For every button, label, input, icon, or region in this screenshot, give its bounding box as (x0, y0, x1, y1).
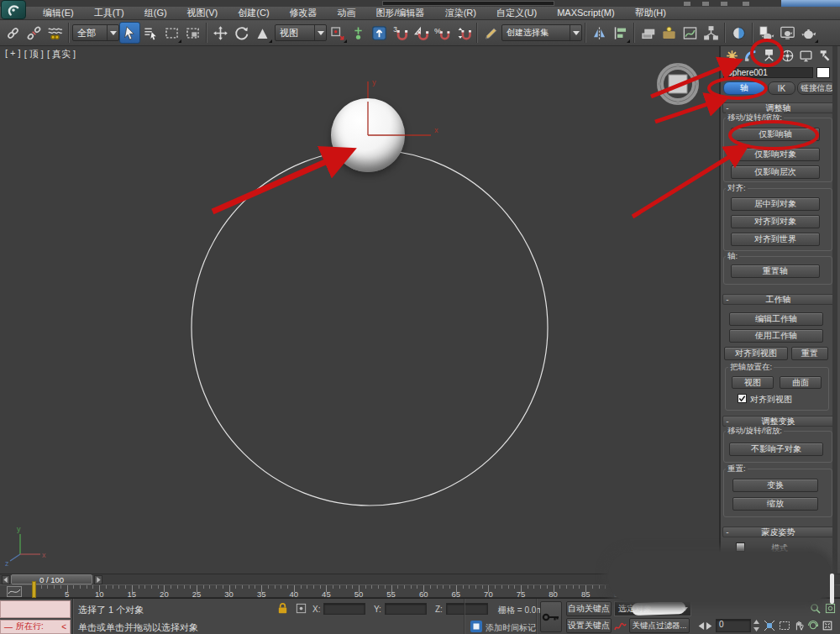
percent-snap-toggle-icon[interactable]: % (432, 22, 453, 44)
menu-graph-editors[interactable]: 图形/编辑器 (367, 7, 434, 19)
workspace-field[interactable] (382, 1, 554, 6)
current-frame-field[interactable]: 0 (716, 619, 751, 632)
tab-hierarchy-icon[interactable] (761, 48, 777, 64)
frame-spinner[interactable] (753, 619, 760, 634)
tab-pivot[interactable]: 轴 (723, 81, 765, 95)
rollout-skin-pose[interactable]: - 蒙皮姿势 (722, 527, 834, 537)
mirror-icon[interactable] (589, 22, 610, 44)
select-object-icon[interactable] (119, 22, 140, 44)
affect-object-only-button[interactable]: 仅影响对象 (731, 148, 820, 161)
menu-views[interactable]: 视图(V) (178, 7, 228, 19)
align-to-world-button[interactable]: 对齐到世界 (731, 233, 820, 246)
reset-transform-button[interactable]: 变换 (732, 479, 818, 492)
align-icon[interactable] (610, 22, 631, 44)
pan-hand-icon[interactable] (792, 619, 805, 631)
menu-create[interactable]: 创建(C) (228, 7, 278, 19)
key-filters-button[interactable]: 关键点过滤器... (629, 618, 690, 633)
reference-coordinate-system-dropdown[interactable]: 视图 (275, 24, 327, 41)
affect-hierarchy-only-button[interactable]: 仅影响层次 (731, 165, 820, 179)
reset-button[interactable]: 重置 (791, 347, 828, 360)
bind-to-space-warp-icon[interactable] (45, 22, 66, 44)
center-to-object-button[interactable]: 居中到对象 (731, 197, 820, 211)
menu-help[interactable]: 帮助(H) (626, 7, 675, 19)
time-slider-handle[interactable]: 0 / 100 (11, 574, 92, 584)
menu-maxscript[interactable]: MAXScript(M) (548, 7, 623, 19)
angle-snap-toggle-icon[interactable] (411, 22, 432, 44)
tab-motion-icon[interactable] (780, 48, 795, 64)
auto-key-button[interactable]: 自动关键点 (566, 601, 612, 616)
set-key-button[interactable]: 设置关键点 (566, 618, 612, 633)
add-time-tag-text[interactable]: 添加时间标记 (486, 622, 536, 634)
render-setup-icon[interactable] (756, 22, 777, 44)
z-coord-field[interactable] (446, 603, 488, 615)
edit-named-selection-sets-icon[interactable] (480, 22, 501, 44)
panel-scrollbar-track[interactable] (832, 46, 837, 634)
quick-access-icon[interactable] (684, 2, 690, 6)
layer-manager-icon[interactable] (638, 22, 659, 44)
redo-icon[interactable] (721, 2, 727, 6)
named-selection-sets-dropdown[interactable]: 创建选择集 (501, 24, 582, 41)
navigation-emblem-icon[interactable] (654, 60, 701, 107)
tab-modify-icon[interactable] (743, 48, 759, 64)
menu-rendering[interactable]: 渲染(R) (436, 7, 486, 19)
circle-spline[interactable] (192, 149, 548, 506)
maxscript-mini-listener[interactable] (0, 600, 71, 618)
tab-display-icon[interactable] (798, 48, 814, 64)
material-editor-icon[interactable] (728, 22, 749, 44)
rendered-frame-window-icon[interactable] (777, 22, 798, 44)
reset-pivot-button[interactable]: 重置轴 (731, 265, 820, 278)
dont-affect-children-button[interactable]: 不影响子对象 (729, 443, 823, 456)
tab-link-info[interactable]: 链接信息 (797, 81, 837, 95)
place-pivot-surface-button[interactable]: 曲面 (780, 376, 822, 389)
maximize-viewport-icon[interactable] (821, 619, 833, 631)
object-name-field[interactable]: Sphere001 (723, 67, 813, 78)
curve-editor-icon[interactable] (680, 22, 701, 44)
menu-modifiers[interactable]: 修改器 (281, 7, 327, 19)
app-logo[interactable] (1, 0, 26, 19)
rollout-working-pivot[interactable]: - 工作轴 (722, 294, 834, 305)
absolute-mode-toggle-icon[interactable] (295, 602, 307, 618)
select-and-manipulate-icon[interactable] (348, 22, 369, 44)
menu-group[interactable]: 组(G) (135, 7, 176, 19)
use-working-pivot-button[interactable]: 使用工作轴 (729, 329, 823, 343)
next-key-icon[interactable] (704, 620, 717, 632)
selection-filter-dropdown[interactable]: 全部 (72, 24, 119, 41)
keyboard-shortcut-override-icon[interactable] (369, 22, 390, 44)
set-keys-button[interactable] (540, 601, 562, 632)
select-and-move-icon[interactable] (210, 22, 231, 44)
select-by-name-icon[interactable] (140, 22, 161, 44)
spinner-snap-toggle-icon[interactable] (453, 22, 474, 44)
align-to-view-checkbox[interactable] (738, 394, 747, 403)
open-mini-curve-editor-icon[interactable] (7, 586, 22, 597)
current-frame-marker[interactable] (32, 581, 36, 598)
object-color-swatch[interactable] (816, 67, 830, 78)
zoom-all-icon[interactable] (824, 602, 837, 615)
zoom-region-icon[interactable] (778, 619, 790, 631)
snaps-toggle-3d-icon[interactable]: 3 (390, 22, 411, 44)
window-crossing-toggle-icon[interactable] (182, 22, 203, 44)
viewport-top[interactable]: [ + ] [ 顶 ] [ 真实 ] y x z y x z (0, 46, 721, 574)
maxscript-listener-line[interactable]: — 所在行: < (0, 620, 71, 634)
rectangular-selection-region-icon[interactable] (161, 22, 182, 44)
select-and-scale-icon[interactable] (252, 22, 273, 44)
tab-create-icon[interactable] (724, 48, 740, 64)
x-coord-field[interactable] (323, 603, 365, 615)
edit-working-pivot-button[interactable]: 编辑工作轴 (729, 312, 823, 326)
place-pivot-view-button[interactable]: 视图 (732, 376, 774, 389)
tab-utilities-icon[interactable] (816, 48, 832, 64)
orbit-icon[interactable] (806, 619, 819, 631)
reset-scale-button[interactable]: 缩放 (732, 497, 818, 511)
menu-customize[interactable]: 自定义(U) (487, 7, 546, 19)
ribbon-toggle-icon[interactable] (659, 22, 680, 44)
align-to-view-button[interactable]: 对齐到视图 (724, 347, 788, 360)
zoom-extents-icon[interactable] (763, 619, 775, 631)
selection-lock-icon[interactable] (276, 602, 289, 618)
sphere-object[interactable] (331, 98, 405, 172)
render-production-icon[interactable] (798, 22, 819, 44)
next-frame-icon[interactable] (94, 575, 102, 584)
menu-edit[interactable]: 编辑(E) (34, 7, 83, 19)
previous-frame-icon[interactable] (2, 575, 10, 584)
schematic-view-icon[interactable] (701, 22, 722, 44)
affect-pivot-only-button[interactable]: 仅影响轴 (731, 128, 820, 141)
y-coord-field[interactable] (385, 603, 427, 615)
